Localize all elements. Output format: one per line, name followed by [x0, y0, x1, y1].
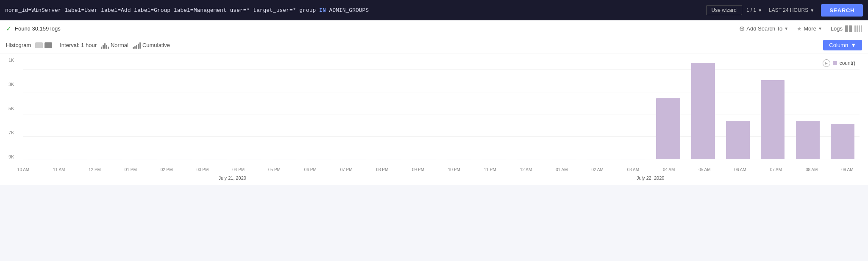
x-axis-label: 10 AM [17, 167, 29, 172]
logs-label: Logs [831, 25, 843, 32]
chart-canvas [23, 58, 860, 159]
pagination-display: 1 / 1 ▼ [746, 7, 762, 13]
time-range-dropdown-arrow: ▼ [810, 8, 814, 13]
star-icon: ★ [797, 25, 802, 32]
search-query: norm_id=WinServer label=User label=Add l… [5, 7, 702, 14]
more-label: More [804, 25, 816, 32]
bar[interactable] [691, 63, 715, 159]
logs-button[interactable]: Logs [831, 25, 862, 32]
y-label-1k: 1K [8, 58, 14, 63]
bar[interactable] [168, 159, 192, 159]
x-axis-label: 05 PM [268, 167, 281, 172]
histogram-label: Histogram [6, 42, 31, 48]
cumulative-button[interactable]: Cumulative [133, 42, 170, 49]
bar[interactable] [621, 159, 645, 159]
bar-slot [163, 58, 197, 159]
add-search-to-label: Add Search To [746, 25, 782, 32]
histogram-toggle-btn-2[interactable] [45, 42, 52, 48]
pagination-text: 1 / 1 [746, 7, 756, 13]
bar[interactable] [587, 159, 610, 159]
x-axis-label: 05 AM [698, 167, 710, 172]
bar-slot [198, 58, 231, 159]
bar[interactable] [656, 98, 680, 159]
x-date-july21: July 21, 2020 [219, 175, 246, 180]
column-button[interactable]: Column ▼ [823, 40, 862, 50]
bar[interactable] [447, 159, 471, 159]
x-axis-label: 07 PM [340, 167, 353, 172]
y-axis: 9K 7K 5K 3K 1K [8, 58, 17, 159]
bar[interactable] [552, 159, 576, 159]
pagination-dropdown-arrow[interactable]: ▼ [758, 8, 762, 13]
bar[interactable] [63, 159, 87, 159]
interval-label: Interval: 1 hour [60, 42, 97, 48]
bar-slot [302, 58, 336, 159]
y-label-5k: 5K [8, 106, 14, 111]
cumulative-label: Cumulative [142, 42, 170, 48]
x-date-july22: July 22, 2020 [637, 175, 664, 180]
x-axis-label: 09 AM [841, 167, 853, 172]
x-axis-label: 04 AM [663, 167, 675, 172]
bar-slot [826, 58, 860, 159]
histogram-toggle-btn-1[interactable] [35, 42, 43, 48]
x-axis-label: 12 PM [89, 167, 101, 172]
found-text: Found 30,159 logs [15, 25, 61, 32]
bar[interactable] [377, 159, 401, 159]
x-axis: 10 AM11 AM12 PM01 PM02 PM03 PM04 PM05 PM… [23, 167, 860, 172]
more-button[interactable]: ★ More ▼ [797, 25, 822, 32]
x-axis-label: 01 PM [125, 167, 137, 172]
logs-list-icon [854, 25, 862, 32]
x-axis-label: 06 PM [304, 167, 317, 172]
bar-slot [477, 58, 511, 159]
y-label-7k: 7K [8, 130, 14, 135]
x-axis-label: 10 PM [448, 167, 460, 172]
bar[interactable] [761, 80, 785, 159]
x-axis-label: 12 AM [520, 167, 532, 172]
histogram-toolbar: Histogram Interval: 1 hour Normal Cumula… [0, 37, 868, 53]
bar[interactable] [273, 159, 296, 159]
bar[interactable] [133, 159, 157, 159]
x-axis-label: 02 AM [591, 167, 603, 172]
bar-slot [337, 58, 371, 159]
bar[interactable] [831, 124, 854, 159]
bar[interactable] [796, 121, 820, 159]
query-keyword-in: IN [319, 7, 326, 14]
bar[interactable] [238, 159, 262, 159]
normal-label: Normal [111, 42, 128, 48]
bar-slot [442, 58, 476, 159]
y-label-3k: 3K [8, 82, 14, 87]
search-button[interactable]: SEARCH [821, 4, 863, 17]
bar[interactable] [203, 159, 227, 159]
bar[interactable] [28, 159, 52, 159]
normal-chart-icon [101, 42, 109, 49]
bar[interactable] [98, 159, 122, 159]
x-axis-label: 07 AM [770, 167, 782, 172]
add-search-dropdown-arrow: ▼ [784, 26, 788, 31]
bar-slot [233, 58, 267, 159]
bar[interactable] [726, 121, 750, 159]
time-range-selector[interactable]: LAST 24 HOURS ▼ [769, 7, 814, 13]
bar[interactable] [307, 159, 331, 159]
bars-container [23, 58, 860, 159]
x-axis-label: 09 PM [412, 167, 424, 172]
bar[interactable] [342, 159, 366, 159]
x-axis-label: 03 PM [196, 167, 209, 172]
use-wizard-button[interactable]: Use wizard [706, 5, 742, 15]
bar[interactable] [517, 159, 540, 159]
bar[interactable] [412, 159, 436, 159]
bar-slot [651, 58, 685, 159]
x-axis-label: 11 AM [53, 167, 65, 172]
bar-slot [686, 58, 720, 159]
bar-slot [93, 58, 127, 159]
bar[interactable] [482, 159, 506, 159]
query-text-part2: ADMIN_GROUPS [326, 7, 369, 14]
normal-button[interactable]: Normal [101, 42, 128, 49]
bar-slot [721, 58, 755, 159]
add-search-to-button[interactable]: ⊕ Add Search To ▼ [739, 25, 788, 33]
bar-slot [512, 58, 545, 159]
bar-slot [267, 58, 301, 159]
x-axis-label: 04 PM [232, 167, 245, 172]
bar-slot [407, 58, 441, 159]
x-axis-label: 08 AM [806, 167, 818, 172]
column-label: Column [829, 42, 848, 48]
bar-slot [756, 58, 790, 159]
